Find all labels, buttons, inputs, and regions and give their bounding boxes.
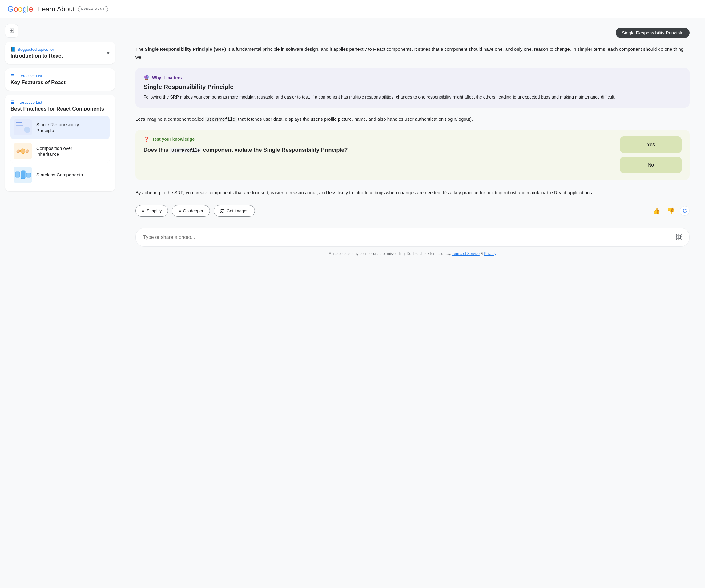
svg-point-10 [17, 150, 20, 153]
list-icon-1: ☰ [10, 73, 14, 78]
user-profile-code: UserProfile [205, 117, 236, 122]
test-knowledge-card: ❓ Test your knowledge Does this UserProf… [135, 130, 690, 180]
footer-disclaimer: AI responses may be inaccurate or mislea… [135, 251, 690, 256]
svg-rect-4 [16, 127, 23, 128]
footer-text: AI responses may be inaccurate or mislea… [329, 251, 452, 256]
google-logo: G o o g l e [7, 4, 33, 14]
suggested-label-row: 📘 Suggested topics for [10, 47, 63, 52]
test-label-text: Test your knowledge [152, 137, 195, 142]
topic-pill: Single Responsibility Principle [616, 28, 690, 38]
go-deeper-button[interactable]: ≡ Go deeper [172, 205, 209, 217]
image-attach-icon: 🖼 [676, 234, 682, 240]
svg-rect-16 [21, 170, 25, 179]
svg-rect-2 [16, 124, 25, 125]
svg-rect-15 [15, 172, 20, 177]
main-layout: ⊞ 📘 Suggested topics for Introduction to… [0, 18, 705, 588]
logo-g2: g [22, 4, 27, 14]
yes-button[interactable]: Yes [620, 136, 682, 153]
attach-image-button[interactable]: 🖼 [676, 234, 682, 241]
stateless-thumbnail [13, 167, 32, 183]
thumbs-up-icon: 👍 [653, 207, 660, 214]
get-images-icon: 🖼 [220, 208, 225, 213]
stateless-label: Stateless Components [36, 172, 83, 178]
suggested-title: Introduction to React [10, 53, 63, 59]
chat-input[interactable] [143, 235, 676, 240]
book-icon: 📘 [10, 47, 16, 52]
g-icon-g: G [683, 208, 687, 214]
composition-label: Composition overInheritance [36, 145, 73, 157]
experiment-badge: EXPERIMENT [78, 6, 108, 12]
card2-type: Interactive List [16, 100, 42, 105]
test-code: UserProfile [170, 148, 201, 153]
action-buttons-row: ≡ Simplify ≡ Go deeper 🖼 Get images 👍 👎 [135, 205, 690, 217]
why-label-text: Why it matters [152, 75, 182, 80]
why-card-title: Single Responsibility Principle [143, 84, 682, 91]
input-bar[interactable]: 🖼 [135, 228, 690, 247]
test-left: ❓ Test your knowledge Does this UserProf… [143, 136, 611, 154]
go-deeper-icon: ≡ [178, 208, 181, 213]
test-q1: Does this [143, 147, 170, 153]
best-practices-card: ☰ Interactive List Best Practices for Re… [5, 95, 115, 192]
card1-type: Interactive List [16, 74, 42, 78]
imagine-text-1: Let's imagine a component called [135, 116, 205, 121]
srp-thumbnail [13, 119, 32, 136]
get-images-label: Get images [227, 208, 249, 213]
suggested-topics-content: 📘 Suggested topics for Introduction to R… [10, 47, 63, 59]
intro-paragraph: The Single Responsibility Principle (SRP… [135, 45, 690, 61]
feedback-icons: 👍 👎 G [651, 205, 690, 216]
new-chat-icon: ⊞ [9, 27, 14, 35]
top-bar: G o o g l e Learn About EXPERIMENT [0, 0, 705, 18]
learn-about-label: Learn About [38, 5, 75, 13]
test-label-row: ❓ Test your knowledge [143, 136, 611, 142]
card1-label-row: ☰ Interactive List [10, 73, 109, 78]
go-deeper-label: Go deeper [183, 208, 203, 213]
test-right: Yes No [620, 136, 682, 173]
card2-title: Best Practices for React Components [10, 106, 109, 112]
imagine-paragraph: Let's imagine a component called UserPro… [135, 115, 690, 124]
logo-g: G [7, 4, 13, 14]
test-q2: component violate the Single Responsibil… [201, 147, 347, 153]
svg-rect-17 [27, 173, 31, 177]
conclusion-paragraph: By adhering to the SRP, you create compo… [135, 189, 690, 197]
suggested-topics-card[interactable]: 📘 Suggested topics for Introduction to R… [5, 42, 115, 64]
privacy-link[interactable]: Privacy [484, 251, 496, 256]
test-question: Does this UserProfile component violate … [143, 146, 611, 154]
svg-rect-3 [16, 125, 23, 126]
why-label-row: 🔮 Why it matters [143, 75, 682, 80]
card1-title: Key Features of React [10, 80, 109, 86]
srp-label: Single ResponsibilityPrinciple [36, 121, 79, 134]
logo-e: e [29, 4, 33, 14]
suggested-topics-header: 📘 Suggested topics for Introduction to R… [10, 47, 109, 59]
simplify-button[interactable]: ≡ Simplify [135, 205, 168, 217]
sidebar: ⊞ 📘 Suggested topics for Introduction to… [0, 18, 120, 588]
get-images-button[interactable]: 🖼 Get images [214, 205, 255, 217]
list-icon-2: ☰ [10, 100, 14, 105]
chevron-down-icon[interactable]: ▾ [107, 50, 109, 56]
imagine-text-2: that fetches user data, displays the use… [237, 116, 473, 121]
svg-rect-1 [16, 122, 22, 123]
simplify-label: Simplify [147, 208, 161, 213]
content-area: Single Responsibility Principle The Sing… [120, 18, 705, 588]
svg-point-9 [20, 149, 25, 154]
list-item-composition[interactable]: Composition overInheritance [10, 140, 109, 163]
card2-label-row: ☰ Interactive List [10, 100, 109, 105]
svg-point-11 [26, 150, 29, 153]
key-features-card[interactable]: ☰ Interactive List Key Features of React [5, 68, 115, 91]
intro-bold: Single Responsibility Principle (SRP) [145, 47, 226, 52]
why-it-matters-card: 🔮 Why it matters Single Responsibility P… [135, 68, 690, 108]
test-icon: ❓ [143, 136, 150, 142]
thumbs-down-button[interactable]: 👎 [665, 205, 677, 216]
new-chat-button[interactable]: ⊞ [5, 24, 18, 38]
simplify-icon: ≡ [142, 208, 144, 213]
logo-o2: o [18, 4, 22, 14]
suggested-label: Suggested topics for [17, 47, 54, 52]
list-item-srp[interactable]: Single ResponsibilityPrinciple [10, 116, 109, 140]
why-card-body: Following the SRP makes your components … [143, 94, 682, 101]
terms-of-service-link[interactable]: Terms of Service [452, 251, 480, 256]
why-icon: 🔮 [143, 75, 150, 80]
thumbs-up-button[interactable]: 👍 [651, 205, 662, 216]
no-button[interactable]: No [620, 157, 682, 173]
footer-and: & [480, 251, 484, 256]
google-search-button[interactable]: G [680, 206, 690, 216]
list-item-stateless[interactable]: Stateless Components [10, 163, 109, 187]
